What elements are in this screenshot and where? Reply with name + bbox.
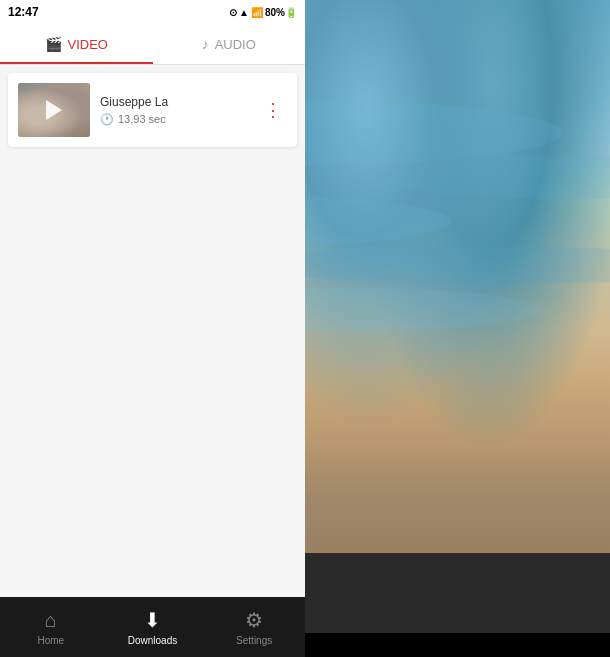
video-author: Giuseppe La [100,95,250,109]
beach-video-player[interactable] [305,0,610,553]
play-icon [46,100,62,120]
tab-audio[interactable]: ♪ AUDIO [153,24,306,64]
nav-item-downloads[interactable]: ⬇ Downloads [102,602,204,652]
clock-icon: 🕐 [100,113,114,126]
bottom-bar-right [305,553,610,633]
video-duration-container: 🕐 13,93 sec [100,113,250,126]
nav-item-home[interactable]: ⌂ Home [0,603,102,652]
notification-icon: ⊙ [229,7,237,18]
nav-home-label: Home [37,635,64,646]
tab-video-label: VIDEO [68,37,108,52]
nav-item-settings[interactable]: ⚙ Settings [203,602,305,652]
tab-audio-label: AUDIO [215,37,256,52]
nav-downloads-label: Downloads [128,635,177,646]
svg-point-3 [305,248,610,283]
bottom-nav: ⌂ Home ⬇ Downloads ⚙ Settings [0,597,305,657]
tab-video[interactable]: 🎬 VIDEO [0,24,153,64]
nav-settings-label: Settings [236,635,272,646]
more-options-button[interactable]: ⋮ [260,97,287,123]
content-area: Giuseppe La 🕐 13,93 sec ⋮ [0,65,305,597]
signal-icon: ▲ [239,7,249,18]
settings-icon: ⚙ [245,608,263,632]
status-icons-left: ⊙ ▲ 📶 80%🔋 [229,7,297,18]
svg-point-2 [305,195,452,248]
right-panel: 14:49 🐦 ▲ 📶 73%🔋 [305,0,610,657]
svg-point-4 [305,288,540,332]
audio-tab-icon: ♪ [202,36,209,52]
wifi-icon: 📶 [251,7,263,18]
video-card: Giuseppe La 🕐 13,93 sec ⋮ [8,73,297,147]
battery-icon: 80%🔋 [265,7,297,18]
water-ripple-svg [305,0,610,553]
left-panel: 12:47 ⊙ ▲ 📶 80%🔋 🎬 VIDEO ♪ AUDIO Giusepp… [0,0,305,657]
video-thumbnail[interactable] [18,83,90,137]
time-left: 12:47 [8,5,39,19]
video-tab-icon: 🎬 [45,36,62,52]
video-duration-text: 13,93 sec [118,113,166,125]
status-bar-left: 12:47 ⊙ ▲ 📶 80%🔋 [0,0,305,24]
home-icon: ⌂ [45,609,57,632]
tabs-container: 🎬 VIDEO ♪ AUDIO [0,24,305,65]
downloads-icon: ⬇ [144,608,161,632]
video-info: Giuseppe La 🕐 13,93 sec [100,95,250,126]
